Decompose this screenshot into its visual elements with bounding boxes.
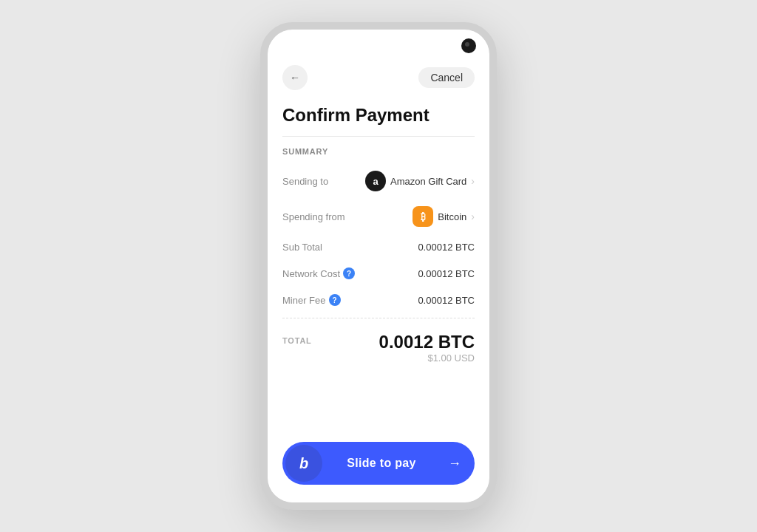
- amazon-icon: a: [365, 171, 386, 191]
- bitcoin-icon: ₿: [413, 206, 433, 227]
- spending-from-label: Spending from: [282, 211, 413, 222]
- total-row: TOTAL 0.0012 BTC $1.00 USD: [268, 323, 489, 366]
- chevron-right-icon-2: ›: [471, 211, 475, 222]
- screen-content: ← Cancel Confirm Payment SUMMARY Sending…: [268, 30, 489, 502]
- network-cost-label-container: Network Cost ?: [282, 267, 418, 279]
- phone-frame: ← Cancel Confirm Payment SUMMARY Sending…: [260, 22, 497, 510]
- phone-screen: ← Cancel Confirm Payment SUMMARY Sending…: [268, 30, 489, 502]
- sending-to-text: Amazon Gift Card: [390, 176, 466, 187]
- miner-fee-value: 0.00012 BTC: [418, 295, 475, 306]
- slide-to-pay-label: Slide to pay: [322, 457, 448, 470]
- total-divider: [282, 318, 475, 318]
- spacer: [268, 366, 489, 430]
- sub-total-label: Sub Total: [282, 242, 418, 253]
- sub-total-row: Sub Total 0.00012 BTC: [268, 234, 489, 260]
- slide-to-pay-button[interactable]: b Slide to pay →: [282, 442, 475, 485]
- miner-fee-info-icon[interactable]: ?: [329, 294, 341, 306]
- chevron-right-icon: ›: [471, 175, 475, 187]
- total-usd-value: $1.00 USD: [379, 352, 475, 364]
- miner-fee-label: Miner Fee: [282, 295, 326, 306]
- sub-total-value: 0.00012 BTC: [418, 242, 475, 253]
- camera-icon: [461, 38, 476, 53]
- spending-from-text: Bitcoin: [438, 211, 466, 222]
- back-arrow-icon: ←: [290, 72, 300, 83]
- page-title: Confirm Payment: [268, 99, 489, 129]
- title-divider: [282, 136, 475, 137]
- slide-arrow-icon: →: [448, 456, 461, 471]
- total-btc-value: 0.0012 BTC: [379, 332, 475, 352]
- sending-to-label: Sending to: [282, 176, 365, 187]
- miner-fee-row: Miner Fee ? 0.00012 BTC: [268, 287, 489, 313]
- slide-to-pay-container: b Slide to pay →: [268, 430, 489, 502]
- spending-from-value: ₿ Bitcoin ›: [413, 206, 475, 227]
- network-cost-row: Network Cost ? 0.00012 BTC: [268, 260, 489, 287]
- network-cost-info-icon[interactable]: ?: [343, 267, 355, 279]
- miner-fee-label-container: Miner Fee ?: [282, 294, 418, 306]
- total-label: TOTAL: [282, 332, 312, 345]
- summary-section-label: SUMMARY: [268, 144, 489, 163]
- sending-to-value: a Amazon Gift Card ›: [365, 171, 475, 191]
- sending-to-row[interactable]: Sending to a Amazon Gift Card ›: [268, 163, 489, 199]
- network-cost-value: 0.00012 BTC: [418, 268, 475, 279]
- nav-bar: ← Cancel: [268, 30, 489, 99]
- cancel-button[interactable]: Cancel: [418, 67, 475, 88]
- network-cost-label: Network Cost: [282, 268, 340, 279]
- spending-from-row[interactable]: Spending from ₿ Bitcoin ›: [268, 199, 489, 234]
- total-values: 0.0012 BTC $1.00 USD: [379, 332, 475, 364]
- back-button[interactable]: ←: [282, 65, 308, 90]
- slide-pay-brand-icon: b: [285, 445, 322, 482]
